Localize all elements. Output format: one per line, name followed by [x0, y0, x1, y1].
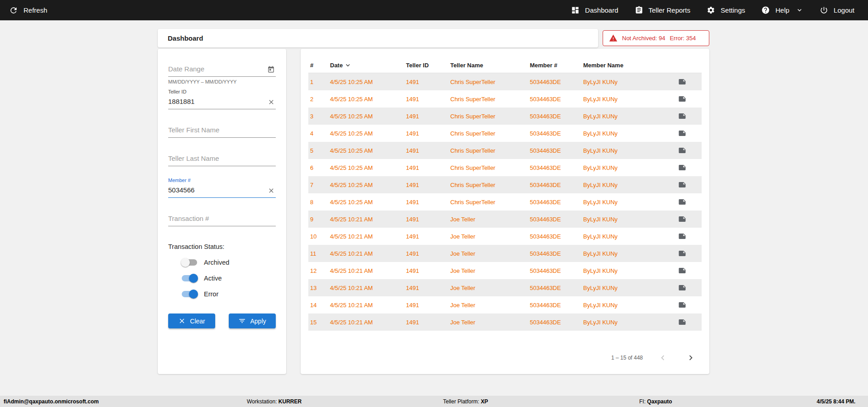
table-row[interactable]: 9 4/5/25 10:21 AM 1491 Joe Teller 503446…	[308, 211, 702, 228]
toggle-switch[interactable]	[182, 291, 197, 297]
cell-member-name: ByLyJI KUNy	[581, 108, 676, 125]
teller-id-input[interactable]	[168, 95, 276, 109]
previous-page-button[interactable]	[655, 350, 671, 366]
note-icon[interactable]	[678, 164, 686, 172]
note-icon[interactable]	[678, 78, 686, 86]
cell-teller-id: 1491	[404, 262, 448, 279]
cell-member-number: 5034463DE	[528, 108, 581, 125]
col-date[interactable]: Date	[328, 57, 404, 73]
cell-row-number: 6	[308, 159, 328, 176]
col-teller-id[interactable]: Teller ID	[404, 57, 448, 73]
toggle-archived[interactable]: Archived	[182, 257, 276, 268]
table-row[interactable]: 1 4/5/25 10:25 AM 1491 Chris SuperTeller…	[308, 73, 702, 90]
table-row[interactable]: 10 4/5/25 10:21 AM 1491 Joe Teller 50344…	[308, 228, 702, 245]
calendar-icon[interactable]	[267, 66, 275, 74]
cell-teller-id: 1491	[404, 176, 448, 193]
table-row[interactable]: 6 4/5/25 10:25 AM 1491 Chris SuperTeller…	[308, 159, 702, 176]
clear-button[interactable]: Clear	[168, 313, 215, 328]
nav-settings[interactable]: Settings	[707, 6, 745, 14]
refresh-button[interactable]: Refresh	[9, 6, 47, 15]
toggle-switch[interactable]	[182, 259, 197, 266]
clear-teller-id-icon[interactable]	[268, 98, 275, 106]
cell-note	[676, 159, 702, 176]
pagination-range: 1 – 15 of 448	[611, 355, 643, 361]
table-row[interactable]: 12 4/5/25 10:21 AM 1491 Joe Teller 50344…	[308, 262, 702, 279]
main-content: Dashboard Not Archived: 94 Error: 354 MM…	[158, 29, 709, 374]
note-icon[interactable]	[678, 112, 686, 120]
note-icon[interactable]	[678, 95, 686, 103]
apply-button[interactable]: Apply	[229, 313, 276, 328]
col-member-name[interactable]: Member Name	[581, 57, 676, 73]
table-header: # Date Teller ID Teller Name Member # Me…	[308, 57, 702, 73]
cell-teller-id: 1491	[404, 313, 448, 331]
toggle-active[interactable]: Active	[182, 272, 276, 284]
note-icon[interactable]	[678, 249, 686, 257]
nav-help[interactable]: Help	[761, 6, 803, 14]
teller-last-name-input[interactable]	[168, 152, 276, 166]
note-icon[interactable]	[678, 198, 686, 206]
col-teller-name[interactable]: Teller Name	[448, 57, 528, 73]
page-header-row: Dashboard Not Archived: 94 Error: 354	[158, 29, 709, 47]
cell-teller-id: 1491	[404, 296, 448, 313]
cell-teller-name: Chris SuperTeller	[448, 176, 528, 193]
cell-teller-id: 1491	[404, 193, 448, 211]
cell-member-number: 5034463DE	[528, 159, 581, 176]
table-row[interactable]: 11 4/5/25 10:21 AM 1491 Joe Teller 50344…	[308, 245, 702, 262]
cell-member-number: 5034463DE	[528, 90, 581, 108]
clear-button-label: Clear	[190, 318, 205, 325]
transaction-number-input[interactable]	[168, 212, 276, 226]
note-icon[interactable]	[678, 301, 686, 309]
cell-date: 4/5/25 10:21 AM	[328, 245, 404, 262]
cell-note	[676, 142, 702, 159]
col-member-number[interactable]: Member #	[528, 57, 581, 73]
warning-icon	[609, 34, 618, 42]
note-icon[interactable]	[678, 181, 686, 189]
nav-logout[interactable]: Logout	[820, 6, 854, 14]
member-number-label: Member #	[168, 178, 276, 183]
cell-member-number: 5034463DE	[528, 262, 581, 279]
filter-icon	[238, 317, 246, 325]
member-number-input[interactable]	[168, 183, 276, 198]
table-row[interactable]: 7 4/5/25 10:25 AM 1491 Chris SuperTeller…	[308, 176, 702, 193]
table-row[interactable]: 13 4/5/25 10:21 AM 1491 Joe Teller 50344…	[308, 279, 702, 296]
note-icon[interactable]	[678, 318, 686, 326]
table-row[interactable]: 2 4/5/25 10:25 AM 1491 Chris SuperTeller…	[308, 90, 702, 108]
cell-teller-name: Joe Teller	[448, 211, 528, 228]
nav-dashboard[interactable]: Dashboard	[571, 6, 618, 14]
note-icon[interactable]	[678, 129, 686, 137]
toggle-label: Error	[204, 290, 218, 298]
table-row[interactable]: 4 4/5/25 10:25 AM 1491 Chris SuperTeller…	[308, 125, 702, 142]
cell-note	[676, 193, 702, 211]
cell-member-name: ByLyJI KUNy	[581, 142, 676, 159]
table-row[interactable]: 14 4/5/25 10:21 AM 1491 Joe Teller 50344…	[308, 296, 702, 313]
note-icon[interactable]	[678, 267, 686, 275]
table-row[interactable]: 8 4/5/25 10:25 AM 1491 Chris SuperTeller…	[308, 193, 702, 211]
col-num[interactable]: #	[308, 57, 328, 73]
note-icon[interactable]	[678, 284, 686, 292]
clear-member-number-icon[interactable]	[268, 187, 275, 194]
next-page-button[interactable]	[683, 350, 699, 366]
nav-teller-reports[interactable]: Teller Reports	[635, 6, 691, 14]
cell-teller-name: Chris SuperTeller	[448, 159, 528, 176]
table-row[interactable]: 15 4/5/25 10:21 AM 1491 Joe Teller 50344…	[308, 313, 702, 331]
table-row[interactable]: 5 4/5/25 10:25 AM 1491 Chris SuperTeller…	[308, 142, 702, 159]
teller-first-name-input[interactable]	[168, 123, 276, 138]
cell-note	[676, 313, 702, 331]
table-row[interactable]: 3 4/5/25 10:25 AM 1491 Chris SuperTeller…	[308, 108, 702, 125]
toggle-error[interactable]: Error	[182, 288, 276, 300]
toggle-switch[interactable]	[182, 275, 197, 281]
nav-help-label: Help	[775, 6, 789, 14]
note-icon[interactable]	[678, 232, 686, 240]
note-icon[interactable]	[678, 146, 686, 154]
clear-icon	[178, 317, 186, 325]
note-icon[interactable]	[678, 215, 686, 223]
cell-date: 4/5/25 10:21 AM	[328, 279, 404, 296]
help-icon	[761, 6, 770, 14]
cell-teller-id: 1491	[404, 228, 448, 245]
cell-note	[676, 73, 702, 90]
date-range-input[interactable]	[168, 62, 276, 77]
cell-date: 4/5/25 10:21 AM	[328, 313, 404, 331]
cell-teller-name: Joe Teller	[448, 262, 528, 279]
cell-teller-name: Chris SuperTeller	[448, 90, 528, 108]
cell-member-name: ByLyJI KUNy	[581, 228, 676, 245]
